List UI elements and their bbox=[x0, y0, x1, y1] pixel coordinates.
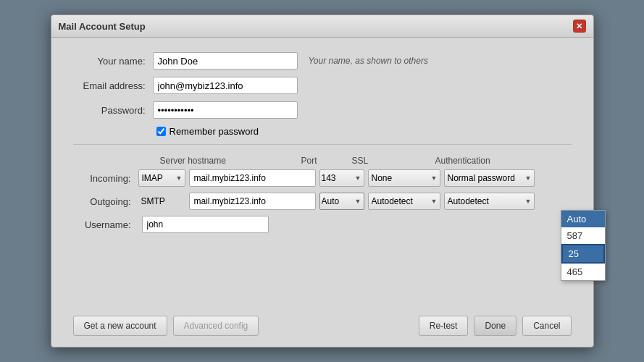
remember-password-row: Remember password bbox=[156, 126, 572, 137]
your-name-input[interactable] bbox=[153, 52, 298, 70]
incoming-ssl-wrapper: None SSL/TLS STARTTLS ▼ bbox=[364, 169, 440, 187]
port-option-465[interactable]: 465 bbox=[561, 264, 605, 280]
left-buttons: Get a new account Advanced config bbox=[73, 316, 259, 336]
dialog-body: Your name: Your name, as shown to others… bbox=[51, 38, 593, 308]
port-header: Port bbox=[301, 156, 352, 166]
incoming-ssl-select[interactable]: None SSL/TLS STARTTLS bbox=[368, 169, 440, 187]
username-row: Username: bbox=[73, 216, 572, 233]
cancel-button[interactable]: Cancel bbox=[522, 316, 571, 336]
username-input[interactable] bbox=[142, 216, 269, 233]
port-dropdown: Auto 587 25 465 bbox=[561, 210, 606, 281]
outgoing-ssl-select[interactable]: Autodetect None SSL/TLS STARTTLS bbox=[368, 193, 440, 210]
server-headers: Server hostname Port SSL Authentication bbox=[160, 156, 572, 166]
incoming-hostname-input[interactable] bbox=[189, 169, 316, 187]
incoming-protocol-select[interactable]: IMAP POP3 bbox=[138, 169, 185, 187]
outgoing-port-select[interactable]: Auto 587 25 465 bbox=[319, 193, 364, 210]
email-input[interactable] bbox=[153, 77, 298, 94]
incoming-label: Incoming: bbox=[73, 173, 138, 184]
hostname-header: Server hostname bbox=[160, 156, 301, 166]
button-row: Get a new account Advanced config Re-tes… bbox=[51, 308, 593, 347]
close-button[interactable]: ✕ bbox=[573, 20, 586, 33]
outgoing-label: Outgoing: bbox=[73, 196, 138, 207]
advanced-config-button[interactable]: Advanced config bbox=[173, 316, 259, 336]
mail-account-dialog: Mail Account Setup ✕ Your name: Your nam… bbox=[51, 14, 594, 348]
username-label: Username: bbox=[73, 219, 138, 230]
password-row: Password: bbox=[73, 101, 572, 119]
your-name-hint: Your name, as shown to others bbox=[309, 56, 428, 66]
outgoing-hostname-input[interactable] bbox=[189, 193, 316, 210]
incoming-port-wrapper: 143 993 ▼ bbox=[316, 169, 364, 187]
new-account-button[interactable]: Get a new account bbox=[73, 316, 167, 336]
remember-password-checkbox[interactable] bbox=[156, 127, 166, 136]
port-option-25[interactable]: 25 bbox=[561, 244, 605, 264]
port-option-auto[interactable]: Auto bbox=[561, 211, 605, 227]
ssl-header: SSL bbox=[352, 156, 435, 166]
email-label: Email address: bbox=[73, 80, 153, 91]
incoming-auth-select[interactable]: Normal password Encrypted password OAuth… bbox=[444, 169, 535, 187]
remember-password-label: Remember password bbox=[170, 126, 259, 137]
right-buttons: Re-test Done Cancel bbox=[419, 316, 572, 336]
outgoing-auth-wrapper: Autodetect Normal password OAuth2 ▼ bbox=[440, 193, 535, 210]
outgoing-protocol-text: SMTP bbox=[138, 196, 185, 206]
incoming-protocol-wrapper: IMAP POP3 ▼ bbox=[138, 169, 185, 187]
password-label: Password: bbox=[73, 105, 153, 116]
your-name-label: Your name: bbox=[73, 56, 153, 67]
outgoing-port-wrapper: Auto 587 25 465 ▼ Auto 587 25 465 bbox=[316, 193, 364, 210]
dialog-title: Mail Account Setup bbox=[59, 21, 146, 32]
outgoing-ssl-wrapper: Autodetect None SSL/TLS STARTTLS ▼ bbox=[364, 193, 440, 210]
your-name-row: Your name: Your name, as shown to others bbox=[73, 52, 572, 70]
divider bbox=[73, 144, 572, 145]
retest-button[interactable]: Re-test bbox=[419, 316, 469, 336]
password-input[interactable] bbox=[153, 101, 298, 119]
outgoing-auth-select[interactable]: Autodetect Normal password OAuth2 bbox=[444, 193, 535, 210]
auth-header: Authentication bbox=[435, 156, 530, 166]
outgoing-row: Outgoing: SMTP Auto 587 25 465 ▼ Auto 58… bbox=[73, 193, 572, 210]
title-bar: Mail Account Setup ✕ bbox=[51, 15, 593, 38]
incoming-auth-wrapper: Normal password Encrypted password OAuth… bbox=[440, 169, 535, 187]
done-button[interactable]: Done bbox=[474, 316, 517, 336]
incoming-row: Incoming: IMAP POP3 ▼ 143 993 ▼ None bbox=[73, 169, 572, 187]
email-row: Email address: bbox=[73, 77, 572, 94]
incoming-port-select[interactable]: 143 993 bbox=[319, 169, 364, 187]
port-option-587[interactable]: 587 bbox=[561, 227, 605, 244]
